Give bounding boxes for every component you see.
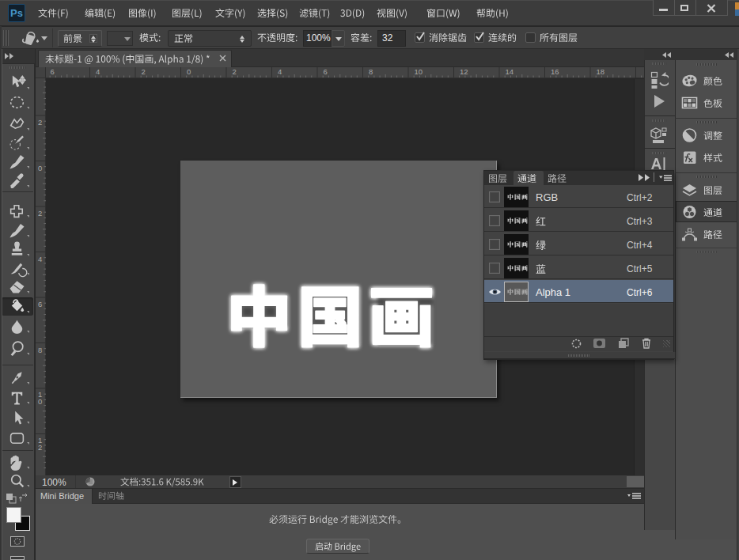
svg-text:14: 14 bbox=[506, 67, 514, 76]
svg-text:2: 2 bbox=[38, 443, 42, 452]
svg-text:6: 6 bbox=[38, 300, 42, 308]
svg-text:8: 8 bbox=[369, 67, 373, 76]
svg-text:4: 4 bbox=[96, 67, 100, 76]
svg-text:2: 2 bbox=[38, 209, 42, 218]
svg-text:4: 4 bbox=[38, 255, 42, 263]
svg-text:0: 0 bbox=[38, 397, 42, 406]
svg-text:6: 6 bbox=[324, 67, 328, 76]
svg-text:18: 18 bbox=[597, 67, 605, 76]
svg-text:8: 8 bbox=[38, 346, 42, 354]
svg-text:10: 10 bbox=[415, 67, 423, 76]
svg-text:2: 2 bbox=[233, 67, 237, 76]
svg-text:0: 0 bbox=[38, 164, 42, 172]
svg-text:0: 0 bbox=[187, 67, 191, 76]
svg-text:12: 12 bbox=[460, 67, 468, 76]
svg-text:16: 16 bbox=[551, 67, 559, 76]
svg-text:2: 2 bbox=[142, 67, 146, 76]
svg-text:4: 4 bbox=[278, 67, 282, 76]
svg-text:6: 6 bbox=[51, 67, 55, 76]
svg-text:2: 2 bbox=[38, 118, 42, 127]
